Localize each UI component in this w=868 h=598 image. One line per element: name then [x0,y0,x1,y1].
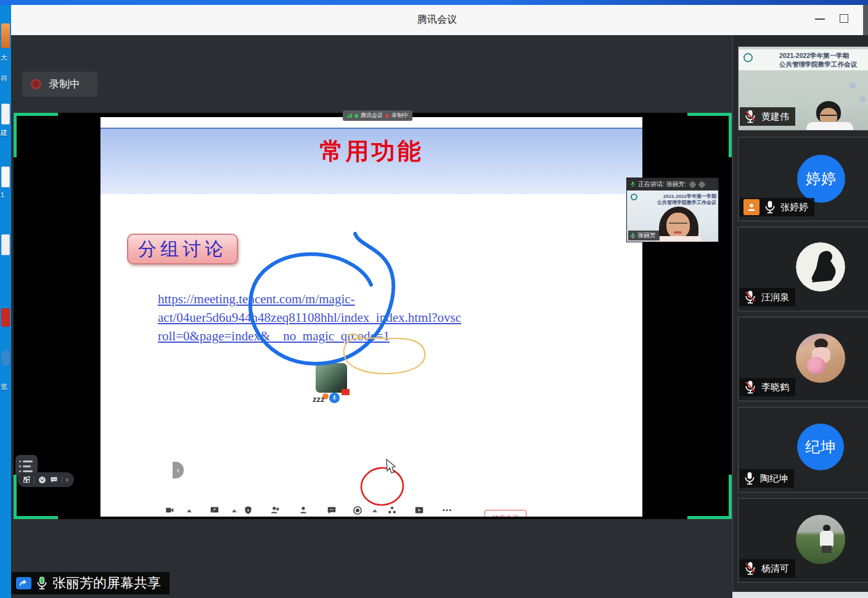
slide-breakout-button: 分组讨论 [127,234,238,264]
recording-label: 录制中 [49,77,80,91]
desktop-icon-fragment [1,350,10,366]
demo-toolbar-video[interactable]: 视频 [148,506,191,517]
tencent-meeting-window: 大 符 建 1 览 腾讯会议 录制中 腾讯会议 录制中 [0,0,868,598]
university-logo [631,194,637,200]
desktop-top-edge [0,0,868,5]
participant-tile[interactable]: 2021-2022学年第一学期 公共管理学院教学工作会议 黄建伟 [738,46,868,131]
participant-tile[interactable]: 汪润泉 [738,227,868,311]
banner-text: 公共管理学院教学工作会议 [779,60,868,69]
university-logo [743,53,753,62]
speaking-status-bar: 正在讲话: 张丽芳: [627,178,718,190]
caret-up-icon[interactable] [187,509,192,512]
recording-dot-icon [385,114,389,118]
share-banner-text: 张丽芳的屏幕共享 [52,574,161,592]
participant-name: 黄建伟 [761,111,789,123]
demo-toolbar-more[interactable]: 更多 [425,506,469,517]
mic-on-icon [764,200,776,215]
desktop-icon-fragment [1,104,10,125]
pill-app-name: 腾讯会议 [361,113,383,118]
participant-name-tag: 杨清可 [740,559,795,578]
video-banner: 2021-2022学年第一学期 公共管理学院教学工作会议 [739,49,868,70]
flag-icon [342,389,350,395]
mic-muted-icon [743,380,757,395]
mic-on-icon [630,232,636,239]
participant-tile[interactable]: 杨清可 [738,498,868,583]
speaker-name: 张丽芳 [637,231,656,240]
participant-name: 张婷婷 [780,202,808,213]
pill-recording-label: 录制中 [391,113,408,118]
participant-thumbnail-name: zzz [313,395,325,404]
participant-name: 陶纪坤 [760,473,788,485]
desktop-icon-label-fragment: 览 [1,382,7,391]
avatar-photo [796,515,845,564]
mic-muted-icon [743,109,757,124]
participant-name-tag: 黄建伟 [740,107,795,126]
share-border-corner [687,113,732,157]
meeting-url-line[interactable]: roll=0&page=index&__no_magic_qrcode=1 [158,329,589,344]
banner-text: 公共管理学院教学工作会议 [657,199,716,206]
mic-on-icon [36,576,48,591]
meeting-status-pill[interactable]: 腾讯会议 录制中 [343,110,412,121]
mic-on-icon [743,471,756,486]
banner-text: 2021-2022学年第一学期 [779,52,868,60]
desktop-icon-label-fragment: 大 [1,53,7,62]
participant-glasses [821,115,837,119]
meeting-url-line[interactable]: act/04uer5d6u944h48zeq81108hhl/index_ind… [158,310,589,326]
participants-panel: 2021-2022学年第一学期 公共管理学院教学工作会议 黄建伟 婷婷 [732,35,868,598]
window-bottom-edge [732,592,868,598]
slide-title: 常用功能 [100,136,642,167]
layout-grid-icon[interactable] [23,476,30,483]
online-dot-icon [354,114,358,118]
quick-toolbar: ‹ [17,472,74,487]
participant-name-tag: 汪润泉 [740,288,795,306]
participant-tile[interactable]: 婷婷 张婷婷 [738,137,868,221]
collapse-chevron-icon[interactable]: ‹ [66,476,68,483]
speaker-shoulders [655,236,702,242]
speaking-label: 正在讲话: 张丽芳: [638,180,686,189]
desktop-icon-label-fragment: 1 [1,191,4,199]
man-figure-shirt [820,531,833,547]
shared-screen-stage: 录制中 腾讯会议 录制中 常用功能 分组讨论 https://meeting.t… [11,35,732,598]
recording-indicator[interactable]: 录制中 [22,72,97,97]
mic-speaking-icon [630,181,636,188]
avatar-initials: 婷婷 [797,155,845,203]
mic-muted-icon [743,561,757,576]
decoration [859,96,866,102]
desktop-icon-fragment [1,234,10,255]
host-person-badge-icon [743,199,760,215]
participant-name-tag: 张婷婷 [740,198,814,216]
desktop-icon-fragment [1,308,10,327]
desktop-icon-fragment [1,23,10,48]
demo-end-meeting-button[interactable]: 结束会议 [485,510,526,517]
shared-slide: 常用功能 分组讨论 https://meeting.tencent.com/m/… [100,117,642,517]
participant-name: 汪润泉 [761,292,789,303]
avatar-photo [796,334,845,383]
mic-muted-icon [743,290,757,305]
desktop-icon-label-fragment: 符 [1,74,7,83]
meeting-url-line[interactable]: https://meeting.tencent.com/m/magic- [158,292,589,307]
chat-collapse-handle: ‹ [173,462,184,478]
speaker-name-tag: 张丽芳 [628,231,660,240]
participant-tile[interactable]: 李晓鹤 [738,317,868,401]
window-titlebar: 腾讯会议 [11,5,863,35]
desktop-icon-label-fragment: 建 [1,128,7,137]
active-speaker-pip[interactable]: 正在讲话: 张丽芳: 2021-2022学年第一学期 公共管理学院教学工作会议 … [627,178,718,242]
emoji-reaction-icon[interactable] [38,476,46,484]
participant-name-tag: 李晓鹤 [740,378,795,396]
window-title: 腾讯会议 [11,14,863,27]
maximize-button[interactable] [840,14,848,23]
window-edge [863,5,868,35]
participant-tile[interactable]: 纪坤 陶纪坤 [738,407,868,493]
participant-name: 李晓鹤 [761,382,789,393]
minimize-button[interactable] [815,18,825,20]
participant-shirt [806,122,853,131]
mic-bubble-icon [329,393,340,403]
decoration [689,181,697,189]
divider [62,476,62,483]
decoration [850,83,856,89]
chat-bubble-icon[interactable] [50,476,58,483]
avatar-initials: 纪坤 [797,424,844,470]
share-border-corner [687,475,732,519]
participant-name: 杨清可 [761,563,789,575]
speaker-video: 2021-2022学年第一学期 公共管理学院教学工作会议 张丽芳 [627,190,718,242]
